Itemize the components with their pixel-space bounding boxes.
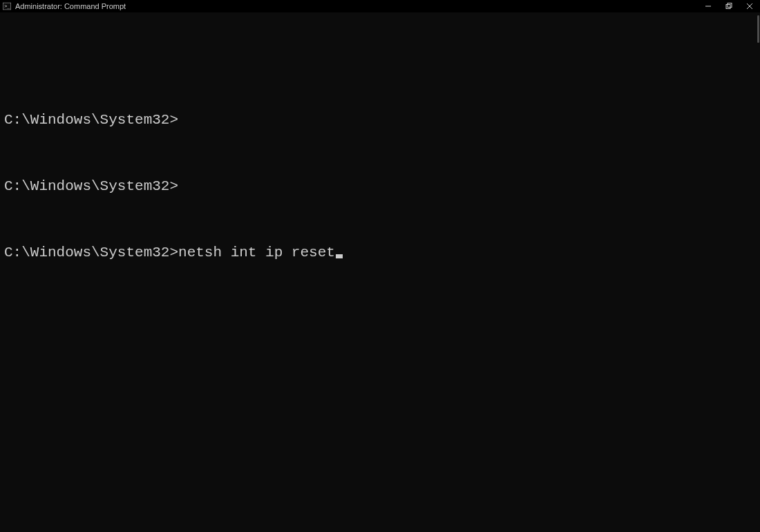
prompt-text: C:\Windows\System32> <box>4 112 178 128</box>
terminal-output: C:\Windows\System32> C:\Windows\System32… <box>4 65 757 308</box>
prompt-text: C:\Windows\System32> <box>4 245 178 260</box>
scrollbar-thumb[interactable] <box>757 15 759 43</box>
command-prompt-window: >_ Administrator: Command Prompt <box>0 0 760 532</box>
close-button[interactable] <box>739 0 760 12</box>
minimize-button[interactable] <box>698 0 719 12</box>
svg-rect-4 <box>728 3 732 8</box>
maximize-button[interactable] <box>719 0 739 12</box>
input-text: netsh int ip reset <box>178 245 335 260</box>
svg-rect-3 <box>726 5 730 9</box>
cmd-icon: >_ <box>3 2 11 10</box>
prompt-text: C:\Windows\System32> <box>4 178 178 194</box>
terminal-line: C:\Windows\System32> <box>4 109 757 131</box>
window-title: Administrator: Command Prompt <box>15 0 126 12</box>
terminal-line: C:\Windows\System32> <box>4 175 757 198</box>
terminal-line: C:\Windows\System32>netsh int ip reset <box>4 242 757 264</box>
terminal-area[interactable]: C:\Windows\System32> C:\Windows\System32… <box>0 12 760 532</box>
titlebar[interactable]: >_ Administrator: Command Prompt <box>0 0 760 12</box>
text-cursor <box>336 254 343 258</box>
window-controls <box>698 0 760 12</box>
svg-text:>_: >_ <box>4 3 10 9</box>
